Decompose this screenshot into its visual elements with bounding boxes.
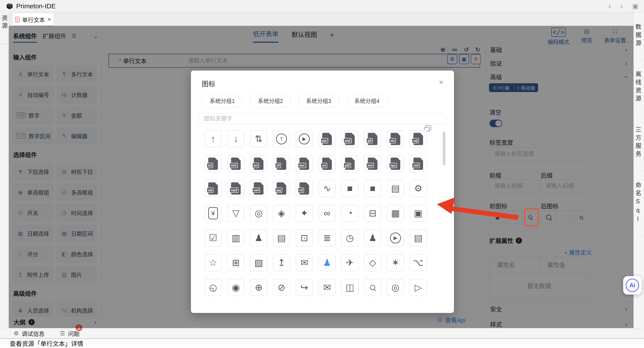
person-check-icon[interactable]: ♟ <box>318 254 336 271</box>
target-message-icon[interactable]: ◎ <box>387 279 404 296</box>
people-network-icon[interactable]: ♟ <box>364 230 381 246</box>
star-icon[interactable]: ☆ <box>204 254 222 271</box>
file-ctl-icon[interactable]: ctl <box>296 180 313 197</box>
ai-assistant-button[interactable]: Ai <box>623 276 642 294</box>
search-icon[interactable] <box>364 279 381 296</box>
clipboard-clock-icon[interactable]: ▤ <box>273 230 290 246</box>
nav-back-icon[interactable]: ‹ <box>608 2 611 10</box>
scrollbar-thumb[interactable] <box>443 132 446 166</box>
clock-alt-icon[interactable]: ◵ <box>204 279 222 296</box>
archive-box-icon[interactable]: ⊟ <box>364 205 381 222</box>
nav-forward-icon[interactable]: › <box>620 2 623 10</box>
upload-check-icon[interactable]: ↥ <box>273 254 290 271</box>
bookmark-add-icon[interactable]: ⊕ <box>250 279 267 296</box>
link-icon[interactable]: ∞ <box>318 205 336 222</box>
checklist-icon[interactable]: ☑ <box>204 230 222 246</box>
file-pdf-icon[interactable]: pdf <box>341 155 358 172</box>
modal-close-icon[interactable]: × <box>439 78 444 86</box>
file-shape: mht <box>231 158 241 170</box>
doc-tab-single-line-text[interactable]: 单行文本 × <box>13 13 54 26</box>
play-search-icon[interactable]: ▷ <box>410 279 427 296</box>
file-swf-icon[interactable]: swf <box>250 180 267 197</box>
play-filled-icon[interactable]: ▶ <box>387 230 404 246</box>
file-ext-label: mht <box>230 163 238 168</box>
right-strip-tab[interactable]: 命名Sql <box>634 170 644 236</box>
app-logo-icon <box>6 2 14 10</box>
problems-button[interactable]: ☰ 问题 1 <box>60 329 79 338</box>
logout-icon[interactable]: ↪ <box>296 279 313 296</box>
file-psd-icon[interactable]: psd <box>341 130 358 148</box>
send-icon[interactable]: ✈ <box>341 254 358 271</box>
person-timer-icon[interactable]: ♟ <box>250 230 267 246</box>
hex-shield-icon[interactable]: ◈ <box>273 205 290 222</box>
file-mht-icon[interactable]: mht <box>227 155 244 172</box>
file-mp3-icon[interactable]: mp3 <box>227 180 244 197</box>
doc-lines-icon[interactable]: ▤ <box>410 230 427 246</box>
file-xls-icon[interactable]: xls <box>387 130 404 148</box>
gauge-icon[interactable]: ◔ <box>341 205 358 222</box>
save-icon[interactable]: ▣ <box>632 2 638 10</box>
file-sql-icon[interactable]: sql <box>410 130 427 148</box>
wave-circle-icon[interactable]: ◎ <box>250 205 267 222</box>
icon-search-input[interactable] <box>198 113 446 124</box>
file-gif-icon[interactable]: gif <box>364 130 381 148</box>
arrow-up-icon[interactable]: ↑ <box>204 130 222 148</box>
podcast-icon[interactable]: ◉ <box>227 279 244 296</box>
broken-link-icon[interactable]: ∿ <box>318 180 336 197</box>
square-dark-alt-icon[interactable]: ■ <box>364 180 381 197</box>
square-dark-icon[interactable]: ■ <box>341 180 358 197</box>
icon-group-tab[interactable]: 系统分组2 <box>250 94 291 108</box>
arrow-down-icon[interactable]: ↓ <box>227 130 244 148</box>
icon-group-tab[interactable]: 系统分组4 <box>346 94 388 108</box>
notebook-edit-icon[interactable]: ▤ <box>387 180 404 197</box>
sitemap-icon[interactable]: ⌥ <box>410 254 427 271</box>
sliders-icon[interactable]: ≣ <box>318 230 336 246</box>
screen-scan-icon[interactable]: ⊡ <box>296 230 313 246</box>
triangle-brand-glyph: ▽ <box>232 208 239 218</box>
prohibit-icon[interactable]: ⊘ <box>273 279 290 296</box>
clipboard-icon[interactable]: ▥ <box>227 230 244 246</box>
resources-vertical-tab[interactable]: 资源 <box>0 15 8 30</box>
file-srt-icon[interactable]: srt <box>318 155 336 172</box>
play-circle-icon[interactable]: ▶ <box>296 130 313 148</box>
comment-dots-icon[interactable]: ✉ <box>296 254 313 271</box>
scan-frame-icon[interactable]: ⊞ <box>227 254 244 271</box>
calendar-schedule-icon[interactable]: ▦ <box>387 205 404 222</box>
debug-info-button[interactable]: ⚙ 调试信息 <box>14 329 44 338</box>
yen-card-icon[interactable]: ¥ <box>204 205 222 222</box>
file-ext-label: sql <box>412 138 419 143</box>
person-timer-glyph: ♟ <box>254 234 263 242</box>
file-exe-icon[interactable]: exe <box>364 155 381 172</box>
clock-icon[interactable]: ◷ <box>341 230 358 246</box>
file-rtf-icon[interactable]: rtf <box>273 155 290 172</box>
doc-tab-close-icon[interactable]: × <box>48 16 51 23</box>
file-xml-icon[interactable]: xml <box>410 155 427 172</box>
file-ext-label: zip <box>207 188 214 193</box>
tshirt-icon[interactable]: T <box>273 130 290 148</box>
icon-group-tab[interactable]: 系统分组1 <box>202 94 243 108</box>
message-lines-icon[interactable]: ✉ <box>318 279 336 296</box>
right-strip-tab[interactable]: 离线资源 <box>634 60 644 115</box>
file-eps-icon[interactable]: eps <box>387 155 404 172</box>
sort-az-icon[interactable]: ⇅ <box>250 130 267 148</box>
file-doc-icon[interactable]: doc <box>296 155 313 172</box>
window-copy-icon[interactable] <box>426 125 431 130</box>
right-strip-tab[interactable]: 三方服务 <box>634 115 644 170</box>
triangle-brand-icon[interactable]: ▽ <box>227 205 244 222</box>
icon-group-tab[interactable]: 系统分组3 <box>298 94 339 108</box>
copy-forms-icon[interactable]: ▣ <box>410 205 427 222</box>
file-zip-icon[interactable]: zip <box>204 180 222 197</box>
image-icon[interactable]: ▧ <box>250 254 267 271</box>
pentagon-gem-icon[interactable]: ✦ <box>296 205 313 222</box>
device-gear-icon[interactable]: ⚙ <box>410 180 427 197</box>
file-avi-icon[interactable]: avi <box>250 155 267 172</box>
badge-check-icon[interactable]: ✶ <box>387 254 404 271</box>
file-jpg-icon[interactable]: jpg <box>273 180 290 197</box>
shield-pin-icon[interactable]: ◇ <box>364 254 381 271</box>
doc-lines-glyph: ▤ <box>414 234 422 242</box>
file-ppt-icon[interactable]: ppt <box>318 130 336 148</box>
file-txt-icon[interactable]: txt <box>204 155 222 172</box>
arrow-up-glyph: ↑ <box>211 134 216 144</box>
book-open-icon[interactable]: ◫ <box>341 279 358 296</box>
right-strip-tab[interactable]: 数据源 <box>634 12 644 60</box>
